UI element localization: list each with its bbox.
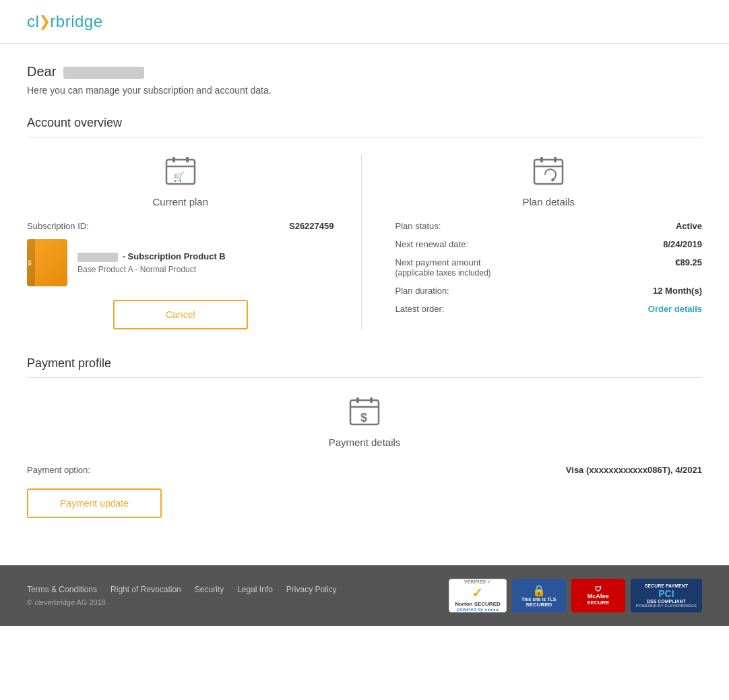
greeting-section: Dear Here you can manage your subscripti… — [27, 64, 702, 96]
plan-details-header: Plan details — [395, 154, 703, 208]
payment-option-value: Visa (xxxxxxxxxxxx086T), 4/2021 — [566, 465, 702, 475]
footer-copyright: © cleverbridge AG 2018 — [27, 598, 337, 606]
pci-badge: SECURE PAYMENT PCI DSS COMPLIANT POWERED… — [631, 579, 702, 612]
svg-rect-12 — [356, 397, 359, 403]
plan-status-label: Plan status: — [395, 221, 441, 231]
footer-badges: VERIFIED ✓ ✓ Norton SECURED powered by ●… — [449, 579, 702, 612]
svg-rect-8 — [554, 157, 557, 162]
account-overview-section: Account overview 🛒 Current — [27, 116, 702, 329]
logo-arrow-icon: ❯ — [38, 13, 51, 30]
payment-details-icon: $ — [27, 395, 702, 433]
greeting-blurred-name — [63, 67, 144, 79]
tls-text: This site is TLS — [521, 597, 556, 602]
header: cl ❯ rbridge — [0, 0, 729, 44]
payment-amount-row: Next payment amount(applicable taxes inc… — [395, 257, 703, 278]
pci-dss-text: DSS COMPLIANT — [647, 599, 686, 604]
main-content: Dear Here you can manage your subscripti… — [0, 44, 729, 565]
product-name: - Subscription Product B — [77, 251, 226, 262]
plan-details-title: Plan details — [395, 196, 703, 208]
pci-powered-text: POWERED BY CLEVERBRIDGE — [636, 604, 697, 608]
norton-secured-text: Norton SECURED — [455, 601, 501, 607]
subscription-id-label: Subscription ID: — [27, 221, 89, 231]
tls-secured-text: SECURED — [526, 602, 552, 608]
tls-lock-icon: 🔒 — [532, 584, 546, 597]
svg-text:🛒: 🛒 — [173, 171, 185, 183]
payment-profile-title: Payment profile — [27, 356, 702, 378]
product-info: - Subscription Product B Base Product A … — [77, 251, 226, 274]
tls-secured-badge: 🔒 This site is TLS SECURED — [512, 579, 566, 612]
norton-secured-badge: VERIFIED ✓ ✓ Norton SECURED powered by ●… — [449, 579, 507, 612]
current-plan-header: 🛒 Current plan — [27, 154, 334, 208]
mcafee-secure-text: SECURE — [587, 600, 609, 606]
payment-profile-section: Payment profile $ Payment details Payme — [27, 356, 702, 518]
logo-text-left: cl — [27, 12, 39, 31]
norton-verified-text: VERIFIED ✓ — [464, 579, 491, 585]
svg-rect-13 — [370, 397, 373, 403]
svg-rect-5 — [534, 160, 563, 184]
svg-text:$: $ — [360, 411, 367, 424]
plan-status-row: Plan status: Active — [395, 221, 703, 231]
plan-duration-value: 12 Month(s) — [653, 286, 702, 296]
order-details-link[interactable]: Order details — [648, 304, 702, 314]
payment-amount-label: Next payment amount(applicable taxes inc… — [395, 257, 491, 278]
footer-link-revocation[interactable]: Right of Revocation — [110, 585, 181, 594]
footer-left: Terms & Conditions Right of Revocation S… — [27, 585, 337, 606]
product-row: cb - Subscription Product B Base Product… — [27, 239, 334, 286]
cancel-button[interactable]: Cancel — [113, 300, 248, 329]
payment-details-title: Payment details — [27, 437, 702, 448]
latest-order-row: Latest order: Order details — [395, 304, 703, 314]
current-plan-icon: 🛒 — [27, 154, 334, 192]
footer: Terms & Conditions Right of Revocation S… — [0, 565, 729, 626]
product-base: Base Product A - Normal Product — [77, 265, 226, 274]
greeting-prefix: Dear — [27, 64, 56, 79]
payment-panel: $ Payment details Payment option: Visa (… — [27, 395, 702, 518]
greeting-title: Dear — [27, 64, 702, 79]
mcafee-shield-icon: 🛡 — [595, 585, 602, 593]
renewal-date-row: Next renewal date: 8/24/2019 — [395, 239, 703, 249]
payment-option-row: Payment option: Visa (xxxxxxxxxxxx086T),… — [27, 465, 702, 475]
pci-text: PCI — [658, 588, 674, 599]
product-image: cb — [27, 239, 67, 286]
payment-update-button[interactable]: Payment update — [27, 488, 162, 518]
svg-rect-3 — [186, 157, 189, 162]
current-plan-title: Current plan — [27, 196, 334, 208]
payment-details-header: $ Payment details — [27, 395, 702, 448]
footer-link-security[interactable]: Security — [195, 585, 224, 594]
account-overview-columns: 🛒 Current plan Subscription ID: S2622745… — [27, 154, 702, 329]
logo: cl ❯ rbridge — [27, 12, 702, 31]
norton-check-icon: ✓ — [472, 585, 483, 601]
svg-rect-2 — [172, 157, 175, 162]
footer-link-legal[interactable]: Legal Info — [237, 585, 273, 594]
mcafee-text: McAfee — [588, 593, 609, 600]
svg-rect-7 — [540, 157, 543, 162]
latest-order-label: Latest order: — [395, 304, 445, 314]
plan-duration-label: Plan duration: — [395, 286, 449, 296]
logo-text-right: rbridge — [50, 12, 102, 31]
subscription-id-value: S26227459 — [289, 221, 334, 231]
account-overview-title: Account overview — [27, 116, 702, 137]
renewal-date-label: Next renewal date: — [395, 239, 468, 249]
footer-links: Terms & Conditions Right of Revocation S… — [27, 585, 337, 594]
mcafee-badge: 🛡 McAfee SECURE — [571, 579, 625, 612]
plan-status-value: Active — [676, 221, 702, 231]
current-plan-column: 🛒 Current plan Subscription ID: S2622745… — [27, 154, 362, 329]
plan-details-column: Plan details Plan status: Active Next re… — [362, 154, 703, 329]
plan-details-icon — [395, 154, 703, 192]
renewal-date-value: 8/24/2019 — [663, 239, 702, 249]
payment-amount-value: €89.25 — [675, 257, 702, 267]
footer-link-privacy[interactable]: Privacy Policy — [286, 585, 337, 594]
plan-duration-row: Plan duration: 12 Month(s) — [395, 286, 703, 296]
greeting-subtitle: Here you can manage your subscription an… — [27, 85, 702, 96]
product-blurred-name — [77, 253, 118, 262]
footer-link-terms[interactable]: Terms & Conditions — [27, 585, 97, 594]
pci-secure-payment-text: SECURE PAYMENT — [645, 583, 688, 588]
norton-powered-text: powered by ●●●●● — [457, 607, 499, 612]
subscription-id-row: Subscription ID: S26227459 — [27, 221, 334, 231]
payment-option-label: Payment option: — [27, 465, 90, 475]
